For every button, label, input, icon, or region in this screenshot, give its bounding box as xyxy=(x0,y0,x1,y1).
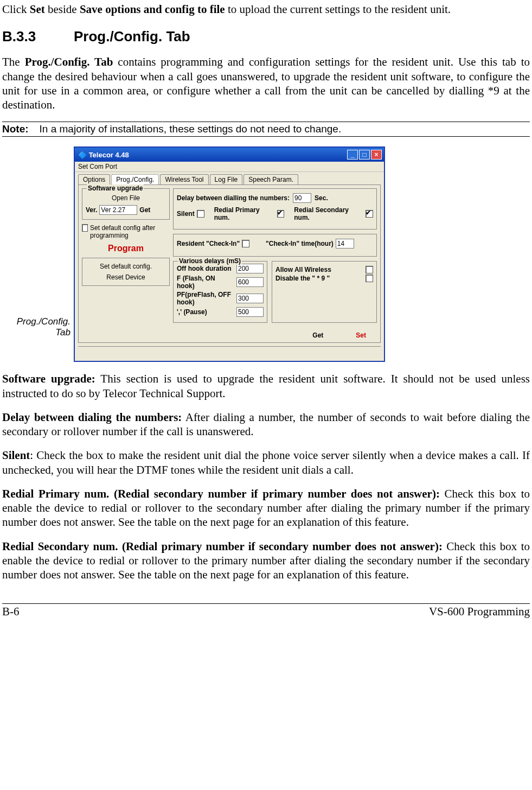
figure-caption: Prog./Config. Tab xyxy=(2,316,70,362)
para-software-upgrade: Software upgrade: This section is used t… xyxy=(2,372,530,400)
reset-device-button[interactable]: Reset Device xyxy=(86,273,166,281)
footer-right: VS-600 Programming xyxy=(429,605,530,619)
note-block: Note: In a majority of installations, th… xyxy=(2,122,530,137)
note-label: Note: xyxy=(2,123,29,135)
group-various-delays: Various delays (mS) Off hook duration F … xyxy=(173,261,267,323)
para-redial-primary: Redial Primary num. (Redial secondary nu… xyxy=(2,487,530,530)
window-telecor: 🔷 Telecor 4.48 _ □ × Set Com Port Option… xyxy=(74,146,385,362)
set-default-after-label: Set default config after programming xyxy=(90,224,170,239)
offhook-label: Off hook duration xyxy=(177,265,232,272)
pause-label: ',' (Pause) xyxy=(177,308,207,316)
figure-area: Prog./Config. Tab 🔷 Telecor 4.48 _ □ × S… xyxy=(2,146,530,362)
get-version-button[interactable]: Get xyxy=(139,206,150,214)
bold-set: Set xyxy=(30,3,45,16)
tab-speech-param[interactable]: Speech Param. xyxy=(243,174,298,184)
group-checkin: Resident "Check-In" "Check-In" time(hour… xyxy=(173,234,377,257)
bold-prog-config-tab: Prog./Config. Tab xyxy=(25,55,113,68)
disable-star9-label: Disable the " * 9 " xyxy=(275,275,330,282)
checkin-time-label: "Check-In" time(hour) xyxy=(266,240,334,247)
page-footer: B-6 VS-600 Programming xyxy=(2,603,530,619)
bold: Redial Primary num. (Redial secondary nu… xyxy=(2,487,440,500)
menu-set-com-port[interactable]: Set Com Port xyxy=(78,163,117,170)
para-silent: Silent: Check the box to make the reside… xyxy=(2,448,530,477)
disable-star9-checkbox[interactable] xyxy=(366,275,373,282)
footer-left: B-6 xyxy=(2,605,20,619)
text: beside xyxy=(45,3,80,16)
menubar: Set Com Port xyxy=(75,162,384,172)
heading-title: Prog./Config. Tab xyxy=(74,28,190,44)
program-button[interactable]: Program xyxy=(82,244,170,253)
silent-label: Silent xyxy=(177,210,195,218)
heading-number: B.3.3 xyxy=(2,28,74,45)
set-default-after-checkbox[interactable] xyxy=(82,224,88,232)
group-software-upgrade: Software upgrade Open File Ver. Get xyxy=(82,188,170,220)
allow-wireless-label: Allow All Wireless xyxy=(275,266,331,273)
tab-options[interactable]: Options xyxy=(78,174,110,184)
tabs-row: Options Prog./Config. Wireless Tool Log … xyxy=(75,172,384,184)
titlebar[interactable]: 🔷 Telecor 4.48 _ □ × xyxy=(75,148,384,162)
bold: Silent xyxy=(2,449,30,462)
checkin-time-input[interactable] xyxy=(336,239,354,249)
text: to upload the current settings to the re… xyxy=(225,3,451,16)
flash-input[interactable] xyxy=(236,277,264,287)
pause-input[interactable] xyxy=(236,307,264,317)
checkin-label: Resident "Check-In" xyxy=(177,240,240,247)
version-input[interactable] xyxy=(99,205,137,215)
para-redial-secondary: Redial Secondary num. (Redial primary nu… xyxy=(2,539,530,582)
group-title-delays: Various delays (mS) xyxy=(178,257,242,265)
get-button[interactable]: Get xyxy=(312,332,323,339)
redial-primary-checkbox[interactable] xyxy=(277,210,285,218)
bold: Software upgrade: xyxy=(2,372,95,385)
silent-checkbox[interactable] xyxy=(197,210,204,218)
delay-label: Delay between dialling the numbers: xyxy=(177,194,290,202)
set-button[interactable]: Set xyxy=(356,332,366,339)
maximize-button[interactable]: □ xyxy=(359,150,370,160)
allow-wireless-checkbox[interactable] xyxy=(366,266,373,273)
note-text: In a majority of installations, these se… xyxy=(40,123,342,135)
delay-input[interactable] xyxy=(293,193,311,203)
group-title-software-upgrade: Software upgrade xyxy=(87,184,144,192)
text: Click xyxy=(2,3,30,16)
set-default-config-button[interactable]: Set default config. xyxy=(86,263,166,270)
pane-prog-config: Software upgrade Open File Ver. Get Set … xyxy=(78,184,381,343)
offhook-input[interactable] xyxy=(236,264,264,273)
redial-primary-label: Redial Primary num. xyxy=(214,206,275,221)
open-file-button[interactable]: Open File xyxy=(89,193,162,203)
sec-label: Sec. xyxy=(315,194,328,202)
para-intro: The Prog./Config. Tab contains programmi… xyxy=(2,55,530,112)
redial-secondary-checkbox[interactable] xyxy=(366,210,373,218)
bold-save-options: Save options and config to file xyxy=(80,3,225,16)
text: The xyxy=(2,55,25,68)
bold: Redial Secondary num. (Redial primary nu… xyxy=(2,540,443,553)
preflash-input[interactable] xyxy=(236,294,264,303)
window-title: 🔷 Telecor 4.48 xyxy=(78,151,129,159)
group-dial-behaviour: Delay between dialling the numbers: Sec.… xyxy=(173,188,377,230)
flash-label: F (Flash, ON hook) xyxy=(177,275,234,290)
para-delay: Delay between dialing the numbers: After… xyxy=(2,410,530,439)
bold: Delay between dialing the numbers: xyxy=(2,411,182,424)
minimize-button[interactable]: _ xyxy=(347,150,358,160)
ver-label: Ver. xyxy=(86,206,97,214)
group-defaults: Set default config. Reset Device xyxy=(82,258,170,286)
tab-log-file[interactable]: Log File xyxy=(210,174,243,184)
preflash-label: PF(preFlash, OFF hook) xyxy=(177,291,234,306)
group-allow: Allow All Wireless Disable the " * 9 " xyxy=(272,261,377,323)
statusbar xyxy=(78,346,381,359)
tab-wireless-tool[interactable]: Wireless Tool xyxy=(160,174,208,184)
right-column: Delay between dialling the numbers: Sec.… xyxy=(173,188,377,339)
checkin-checkbox[interactable] xyxy=(242,240,249,247)
para-intro-top: Click Set beside Save options and config… xyxy=(2,2,530,16)
redial-secondary-label: Redial Secondary num. xyxy=(294,206,363,221)
heading-b33: B.3.3Prog./Config. Tab xyxy=(2,28,530,45)
close-button[interactable]: × xyxy=(371,150,382,160)
tab-prog-config[interactable]: Prog./Config. xyxy=(111,174,159,184)
text: : Check the box to make the resident uni… xyxy=(2,449,530,476)
left-column: Software upgrade Open File Ver. Get Set … xyxy=(82,188,170,339)
